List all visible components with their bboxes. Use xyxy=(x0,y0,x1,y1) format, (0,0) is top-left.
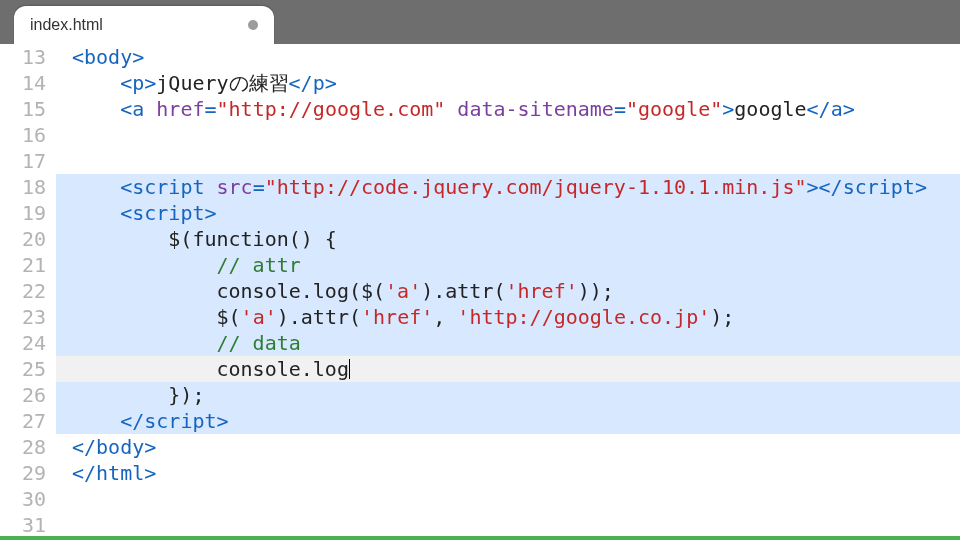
line-number: 20 xyxy=(0,226,46,252)
unsaved-indicator-icon xyxy=(248,20,258,30)
code-line[interactable]: </script> xyxy=(56,408,960,434)
line-number: 15 xyxy=(0,96,46,122)
code-line[interactable]: $('a').attr('href', 'http://google.co.jp… xyxy=(56,304,960,330)
status-bar xyxy=(0,536,960,540)
editor-tab[interactable]: index.html xyxy=(14,6,274,44)
code-line[interactable]: console.log($('a').attr('href')); xyxy=(56,278,960,304)
code-line[interactable]: $(function() { xyxy=(56,226,960,252)
code-line[interactable]: <script> xyxy=(56,200,960,226)
line-number: 28 xyxy=(0,434,46,460)
line-number: 22 xyxy=(0,278,46,304)
code-line[interactable] xyxy=(56,486,960,512)
tab-bar: index.html xyxy=(0,0,960,44)
line-number: 27 xyxy=(0,408,46,434)
line-number: 24 xyxy=(0,330,46,356)
line-number: 17 xyxy=(0,148,46,174)
line-number: 26 xyxy=(0,382,46,408)
line-number: 29 xyxy=(0,460,46,486)
line-number: 18 xyxy=(0,174,46,200)
line-number: 13 xyxy=(0,44,46,70)
code-line[interactable]: <p>jQueryの練習</p> xyxy=(56,70,960,96)
code-line[interactable]: // attr xyxy=(56,252,960,278)
code-line[interactable]: console.log xyxy=(56,356,960,382)
code-line[interactable] xyxy=(56,512,960,538)
code-line[interactable]: }); xyxy=(56,382,960,408)
code-line[interactable]: <body> xyxy=(56,44,960,70)
code-area[interactable]: <body> <p>jQueryの練習</p> <a href="http://… xyxy=(56,44,960,536)
code-editor[interactable]: 1314151617181920212223242526272829303132… xyxy=(0,44,960,536)
line-number: 25 xyxy=(0,356,46,382)
code-line[interactable]: <script src="http://code.jquery.com/jque… xyxy=(56,174,960,200)
line-number: 30 xyxy=(0,486,46,512)
line-number: 16 xyxy=(0,122,46,148)
text-caret xyxy=(349,359,350,379)
line-number: 21 xyxy=(0,252,46,278)
code-line[interactable]: // data xyxy=(56,330,960,356)
line-number: 14 xyxy=(0,70,46,96)
code-line[interactable] xyxy=(56,148,960,174)
code-line[interactable]: </html> xyxy=(56,460,960,486)
line-number: 31 xyxy=(0,512,46,538)
line-number: 19 xyxy=(0,200,46,226)
line-number-gutter: 1314151617181920212223242526272829303132 xyxy=(0,44,56,536)
tab-filename: index.html xyxy=(30,16,248,34)
line-number: 23 xyxy=(0,304,46,330)
code-line[interactable]: </body> xyxy=(56,434,960,460)
code-line[interactable] xyxy=(56,122,960,148)
code-line[interactable]: <a href="http://google.com" data-sitenam… xyxy=(56,96,960,122)
